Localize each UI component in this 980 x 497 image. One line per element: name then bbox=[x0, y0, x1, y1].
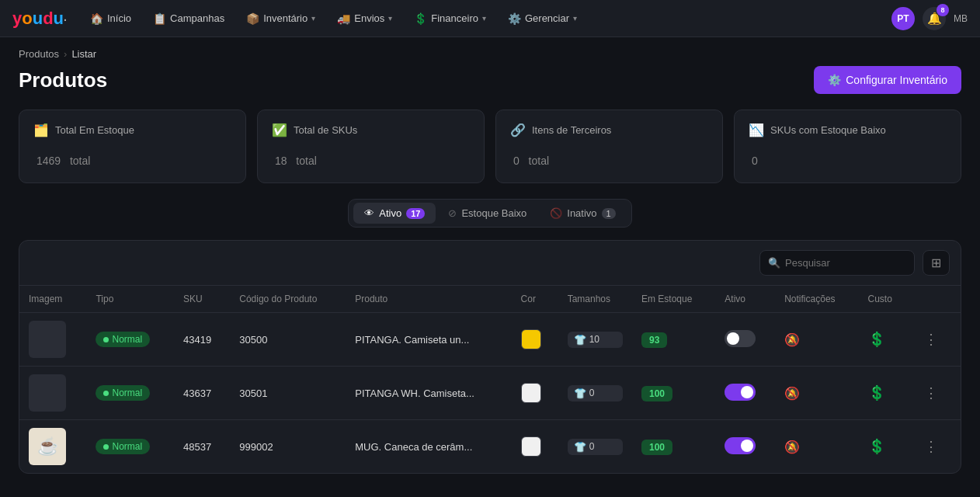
gerenciar-icon: ⚙️ bbox=[508, 12, 521, 25]
cell-more-1[interactable]: ⋮ bbox=[910, 313, 961, 367]
nav-inicio[interactable]: 🏠 Início bbox=[82, 8, 139, 30]
cell-cor-1 bbox=[512, 313, 558, 367]
cell-tipo-3: Normal bbox=[86, 420, 174, 474]
dollar-icon-3: 💲 bbox=[868, 439, 885, 454]
more-menu-button-2[interactable]: ⋮ bbox=[919, 383, 943, 403]
nav-financeiro[interactable]: 💲 Financeiro ▾ bbox=[406, 8, 494, 30]
filter-tab-group: 👁 Ativo 17 ⊘ Estoque Baixo 🚫 Inativo 1 bbox=[348, 199, 631, 228]
products-table: Imagem Tipo SKU Código do Produto Produt… bbox=[19, 286, 961, 473]
size-badge-1: 👕 10 bbox=[568, 332, 623, 348]
cell-ativo-1[interactable] bbox=[715, 313, 775, 367]
grid-toggle-button[interactable]: ⊞ bbox=[923, 250, 950, 276]
logo[interactable]: youdu· bbox=[12, 9, 67, 29]
col-estoque: Em Estoque bbox=[632, 286, 715, 313]
cell-ativo-2[interactable] bbox=[715, 367, 775, 420]
nav-envios[interactable]: 🚚 Envios ▾ bbox=[329, 8, 400, 30]
stat-card-estoque: 🗂️ Total Em Estoque 1469 total bbox=[19, 109, 246, 183]
tab-estoque-baixo[interactable]: ⊘ Estoque Baixo bbox=[437, 203, 537, 224]
bell-slash-icon-3: 🔕 bbox=[784, 440, 800, 454]
estoque-icon: 🗂️ bbox=[33, 123, 49, 137]
breadcrumb-parent[interactable]: Produtos bbox=[19, 48, 59, 60]
tshirt-icon: 👕 bbox=[574, 388, 586, 399]
badge-normal-2: Normal bbox=[96, 385, 150, 401]
table-row: Normal 43419 30500 PITANGA. Camiseta un.… bbox=[19, 313, 961, 367]
cell-sku-2: 43637 bbox=[174, 367, 230, 420]
bell-slash-icon-2: 🔕 bbox=[784, 387, 800, 400]
toggle-1[interactable] bbox=[725, 330, 756, 347]
tab-inativo[interactable]: 🚫 Inativo 1 bbox=[539, 203, 626, 224]
configure-inventory-button[interactable]: ⚙️ Configurar Inventário bbox=[814, 66, 961, 94]
cell-imagem-3: ☕ bbox=[19, 420, 86, 474]
toggle-knob-1 bbox=[727, 332, 739, 345]
stat-cards: 🗂️ Total Em Estoque 1469 total ✅ Total d… bbox=[0, 109, 980, 199]
cell-imagem-1 bbox=[19, 313, 86, 367]
terceiros-icon: 🔗 bbox=[510, 123, 526, 137]
chevron-down-icon: ▾ bbox=[388, 14, 392, 23]
tab-inativo-badge: 1 bbox=[602, 208, 616, 219]
toggle-3[interactable] bbox=[725, 437, 756, 454]
chevron-down-icon: ▾ bbox=[482, 14, 486, 23]
cell-codigo-3: 999002 bbox=[230, 420, 346, 474]
color-swatch-1 bbox=[521, 329, 541, 349]
stock-badge-3: 100 bbox=[641, 440, 672, 455]
cell-custo-3: 💲 bbox=[859, 420, 910, 474]
nav-inventario[interactable]: 📦 Inventário ▾ bbox=[238, 8, 323, 30]
home-icon: 🏠 bbox=[90, 12, 103, 25]
tshirt-icon: 👕 bbox=[574, 441, 586, 453]
notification-button[interactable]: 🔔 8 bbox=[923, 7, 946, 30]
cell-imagem-2 bbox=[19, 367, 86, 420]
skus-icon: ✅ bbox=[272, 123, 287, 137]
nav-campanhas[interactable]: 📋 Campanhas bbox=[145, 8, 232, 30]
mb-label: MB bbox=[954, 13, 968, 24]
cell-tipo-2: Normal bbox=[86, 367, 174, 420]
topbar: youdu· 🏠 Início 📋 Campanhas 📦 Inventário… bbox=[0, 0, 980, 37]
cell-tamanhos-3: 👕 0 bbox=[558, 420, 632, 474]
nav-gerenciar[interactable]: ⚙️ Gerenciar ▾ bbox=[500, 8, 585, 30]
search-input[interactable] bbox=[785, 257, 906, 269]
financeiro-icon: 💲 bbox=[414, 12, 427, 25]
col-codigo: Código do Produto bbox=[230, 286, 346, 313]
more-menu-button-1[interactable]: ⋮ bbox=[919, 329, 943, 349]
product-image-3: ☕ bbox=[29, 428, 66, 465]
toggle-2[interactable] bbox=[725, 384, 756, 401]
col-sku: SKU bbox=[174, 286, 230, 313]
topbar-right: PT 🔔 8 MB bbox=[891, 7, 968, 30]
toggle-knob-3 bbox=[741, 440, 753, 452]
more-menu-button-3[interactable]: ⋮ bbox=[919, 436, 943, 457]
cell-custo-1: 💲 bbox=[859, 313, 910, 367]
cell-more-3[interactable]: ⋮ bbox=[910, 420, 961, 474]
avatar[interactable]: PT bbox=[891, 7, 915, 30]
search-box[interactable]: 🔍 bbox=[759, 250, 915, 276]
color-swatch-3 bbox=[521, 436, 541, 457]
page-header: Produtos ⚙️ Configurar Inventário bbox=[0, 63, 980, 109]
bell-slash-icon-1: 🔕 bbox=[784, 333, 800, 346]
settings-icon: ⚙️ bbox=[828, 74, 841, 86]
stock-badge-2: 100 bbox=[641, 386, 672, 401]
size-badge-3: 👕 0 bbox=[568, 439, 623, 455]
envios-icon: 🚚 bbox=[337, 12, 350, 25]
cell-codigo-1: 30500 bbox=[230, 313, 346, 367]
cell-more-2[interactable]: ⋮ bbox=[910, 367, 961, 420]
badge-normal-3: Normal bbox=[96, 439, 150, 454]
col-cor: Cor bbox=[512, 286, 558, 313]
table-row: Normal 43637 30501 PITANGA WH. Camiseta.… bbox=[19, 367, 961, 420]
cell-tamanhos-2: 👕 0 bbox=[558, 367, 632, 420]
chevron-down-icon: ▾ bbox=[311, 14, 315, 23]
cell-notif-1: 🔕 bbox=[775, 313, 858, 367]
tab-ativo[interactable]: 👁 Ativo 17 bbox=[353, 203, 436, 224]
cell-estoque-3: 100 bbox=[632, 420, 715, 474]
cell-ativo-3[interactable] bbox=[715, 420, 775, 474]
grid-icon: ⊞ bbox=[931, 256, 941, 269]
cell-produto-3: MUG. Caneca de cerâm... bbox=[346, 420, 511, 474]
cell-estoque-2: 100 bbox=[632, 367, 715, 420]
color-swatch-2 bbox=[521, 383, 541, 403]
cell-estoque-1: 93 bbox=[632, 313, 715, 367]
inventario-icon: 📦 bbox=[246, 12, 259, 25]
cell-sku-1: 43419 bbox=[174, 313, 230, 367]
notification-badge: 8 bbox=[937, 4, 949, 16]
dollar-icon-1: 💲 bbox=[868, 332, 885, 347]
toggle-knob-2 bbox=[741, 386, 753, 398]
cell-tipo-1: Normal bbox=[86, 313, 174, 367]
stock-badge-1: 93 bbox=[641, 332, 667, 348]
breadcrumb-current: Listar bbox=[71, 48, 96, 60]
